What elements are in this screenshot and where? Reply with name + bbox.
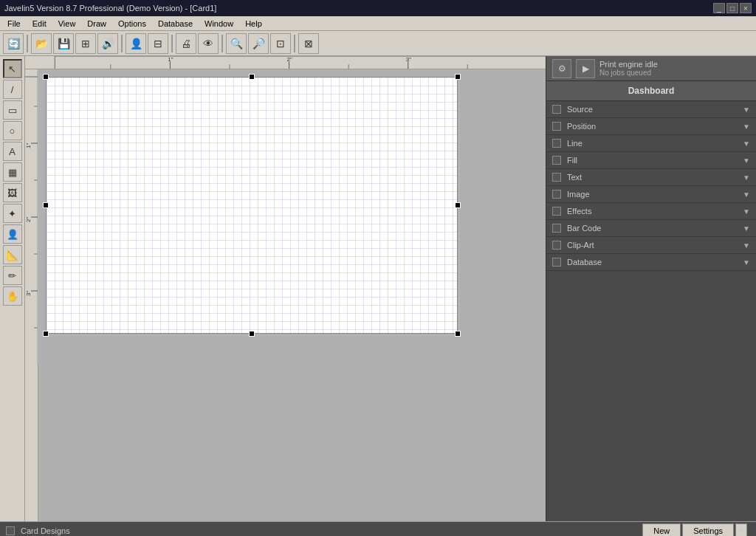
table-icon[interactable]: ⊟ bbox=[148, 33, 168, 54]
dash-expand-arrow[interactable]: ▼ bbox=[743, 157, 750, 165]
sound-icon[interactable]: 🔊 bbox=[97, 33, 118, 54]
handle-mr[interactable] bbox=[455, 202, 461, 208]
svg-text:1": 1" bbox=[25, 143, 32, 148]
svg-text:1": 1" bbox=[168, 56, 173, 63]
menu-item-edit[interactable]: Edit bbox=[27, 18, 52, 30]
dashboard-item-text[interactable]: Text▼ bbox=[546, 169, 756, 186]
menu-item-view[interactable]: View bbox=[52, 18, 82, 30]
close-button[interactable]: × bbox=[740, 3, 752, 13]
dash-checkbox[interactable] bbox=[552, 207, 561, 216]
dash-checkbox[interactable] bbox=[552, 173, 561, 182]
ellipse-tool[interactable]: ○ bbox=[3, 121, 22, 140]
dashboard-header: Dashboard bbox=[546, 81, 756, 101]
dash-checkbox[interactable] bbox=[552, 105, 561, 114]
minimize-button[interactable]: _ bbox=[713, 3, 725, 13]
fit-icon[interactable]: ⊡ bbox=[270, 33, 291, 54]
print-status-text: Print engine idle No jobs queued bbox=[599, 60, 658, 77]
menu-item-options[interactable]: Options bbox=[112, 18, 152, 30]
dash-checkbox[interactable] bbox=[552, 122, 561, 131]
dash-item-label: Effects bbox=[567, 207, 743, 216]
menu-item-draw[interactable]: Draw bbox=[81, 18, 112, 30]
dash-item-label: Source bbox=[567, 105, 743, 114]
dashboard-item-clip-art[interactable]: Clip-Art▼ bbox=[546, 237, 756, 254]
rect-tool[interactable]: ▭ bbox=[3, 100, 22, 120]
dashboard-item-database[interactable]: Database▼ bbox=[546, 254, 756, 271]
card-paper[interactable] bbox=[46, 77, 458, 334]
handle-tm[interactable] bbox=[249, 74, 255, 80]
window-controls[interactable]: _ □ × bbox=[713, 3, 752, 13]
dash-expand-arrow[interactable]: ▼ bbox=[743, 173, 750, 182]
canvas-area: 1" 2" 3" 1" bbox=[25, 56, 546, 521]
dashboard-item-position[interactable]: Position▼ bbox=[546, 118, 756, 135]
menu-item-file[interactable]: File bbox=[1, 18, 27, 30]
clipart-tool[interactable]: ✦ bbox=[3, 204, 22, 223]
svg-text:2": 2" bbox=[25, 217, 32, 222]
dashboard-item-line[interactable]: Line▼ bbox=[546, 135, 756, 152]
toolbar-separator bbox=[294, 35, 295, 52]
menu-item-window[interactable]: Window bbox=[199, 18, 239, 30]
dashboard-item-source[interactable]: Source▼ bbox=[546, 101, 756, 118]
pointer-tool[interactable]: ↖ bbox=[3, 59, 22, 78]
zoom-in-icon[interactable]: 🔎 bbox=[248, 33, 269, 54]
dash-item-label: Position bbox=[567, 122, 743, 131]
dash-expand-arrow[interactable]: ▼ bbox=[743, 140, 750, 148]
dash-checkbox[interactable] bbox=[552, 241, 561, 250]
open-icon[interactable]: 📂 bbox=[31, 33, 52, 54]
person-id-tool[interactable]: 👤 bbox=[3, 224, 22, 244]
dash-expand-arrow[interactable]: ▼ bbox=[743, 123, 750, 131]
print-play-button[interactable]: ▶ bbox=[576, 59, 595, 78]
preview-icon[interactable]: 👁 bbox=[198, 33, 219, 54]
handle-bl[interactable] bbox=[43, 331, 49, 337]
dashboard-item-bar-code[interactable]: Bar Code▼ bbox=[546, 220, 756, 237]
image-tool[interactable]: 🖼 bbox=[3, 183, 22, 202]
svg-text:3": 3" bbox=[406, 56, 412, 63]
zoom-out-icon[interactable]: 🔍 bbox=[226, 33, 247, 54]
dash-checkbox[interactable] bbox=[552, 258, 561, 267]
canvas-scroll[interactable] bbox=[38, 69, 546, 521]
new-icon[interactable]: 🔄 bbox=[3, 33, 24, 54]
dash-checkbox[interactable] bbox=[552, 139, 561, 148]
dashboard-item-effects[interactable]: Effects▼ bbox=[546, 203, 756, 220]
grid-icon[interactable]: ⊞ bbox=[75, 33, 96, 54]
handle-ml[interactable] bbox=[43, 202, 49, 208]
dash-expand-arrow[interactable]: ▼ bbox=[743, 224, 750, 233]
save-icon[interactable]: 💾 bbox=[53, 33, 74, 54]
dash-item-label: Text bbox=[567, 173, 743, 182]
new-card-button[interactable]: New bbox=[642, 523, 681, 536]
ruler-tool[interactable]: 📐 bbox=[3, 245, 22, 264]
dashboard-item-image[interactable]: Image▼ bbox=[546, 186, 756, 203]
bottom-panel-checkbox[interactable] bbox=[6, 526, 15, 535]
dash-item-label: Line bbox=[567, 139, 743, 148]
handle-bm[interactable] bbox=[249, 331, 255, 337]
dash-expand-arrow[interactable]: ▼ bbox=[743, 258, 750, 267]
print-icon[interactable]: 🖨 bbox=[176, 33, 196, 54]
dash-checkbox[interactable] bbox=[552, 156, 561, 165]
handle-tl[interactable] bbox=[43, 74, 49, 80]
draw-tool[interactable]: ✏ bbox=[3, 266, 22, 285]
dash-expand-arrow[interactable]: ▼ bbox=[743, 106, 750, 114]
dash-expand-arrow[interactable]: ▼ bbox=[743, 190, 750, 199]
hand-tool[interactable]: ✋ bbox=[3, 286, 22, 306]
print-status-bar: ⚙ ▶ Print engine idle No jobs queued bbox=[546, 56, 756, 81]
stop-icon[interactable]: ⊠ bbox=[298, 33, 319, 54]
menu-item-help[interactable]: Help bbox=[239, 18, 268, 30]
panel-dropdown-button[interactable]: ▼ bbox=[735, 523, 747, 536]
menu-bar: FileEditViewDrawOptionsDatabaseWindowHel… bbox=[0, 16, 756, 31]
dashboard-item-fill[interactable]: Fill▼ bbox=[546, 152, 756, 169]
handle-br[interactable] bbox=[455, 331, 461, 337]
text-tool[interactable]: A bbox=[3, 142, 22, 161]
menu-item-database[interactable]: Database bbox=[152, 18, 199, 30]
print-settings-button[interactable]: ⚙ bbox=[552, 59, 571, 78]
dash-checkbox[interactable] bbox=[552, 224, 561, 233]
settings-button[interactable]: Settings bbox=[682, 523, 734, 536]
handle-tr[interactable] bbox=[455, 74, 461, 80]
barcode-tool[interactable]: ▦ bbox=[3, 162, 22, 182]
svg-text:2": 2" bbox=[287, 56, 293, 63]
maximize-button[interactable]: □ bbox=[726, 3, 738, 13]
dash-checkbox[interactable] bbox=[552, 190, 561, 199]
toolbar-separator bbox=[27, 35, 28, 52]
dash-expand-arrow[interactable]: ▼ bbox=[743, 207, 750, 216]
person-icon[interactable]: 👤 bbox=[126, 33, 146, 54]
line-tool[interactable]: / bbox=[3, 80, 22, 99]
dash-expand-arrow[interactable]: ▼ bbox=[743, 241, 750, 250]
